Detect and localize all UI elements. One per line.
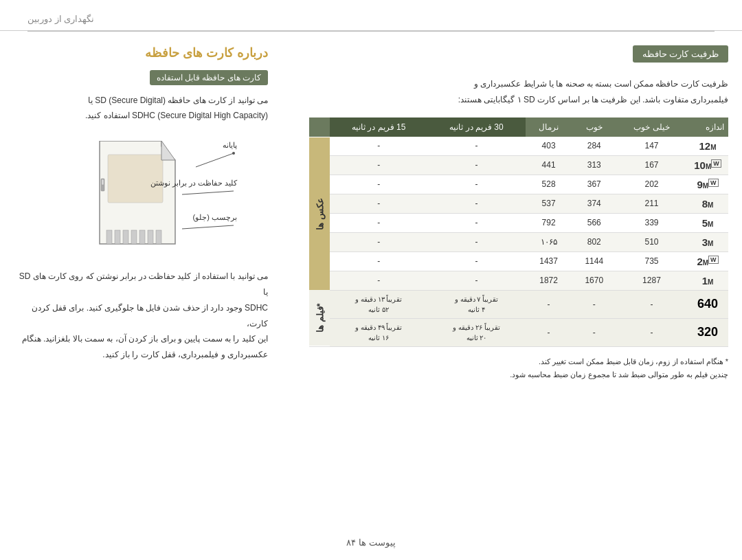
table-row: 10MW 167 313 441 - -: [309, 155, 728, 175]
footnote-2: چندین فیلم به طور متوالی ضبط شد تا مجموع…: [309, 368, 728, 382]
footnote-1: * هنگام استفاده از زوم، زمان قابل ضبط مم…: [309, 355, 728, 369]
size-cell: 3M: [687, 232, 728, 251]
fps15-320: تقریباً ۴۹ دقیقه و۱۶ ثانیه: [330, 318, 427, 346]
supported-badge: کارت های حافظه قابل استفاده: [150, 70, 268, 85]
normal-cell: 528: [526, 175, 572, 194]
main-content: درباره کارت های حافظه کارت های حافظه قاب…: [0, 32, 742, 396]
khub-cell: 284: [572, 137, 616, 156]
fps15-cell: -: [330, 175, 427, 194]
fps15-cell: -: [330, 271, 427, 290]
size-cell: 5M: [687, 213, 728, 232]
main-section-title: درباره کارت های حافظه: [14, 45, 268, 60]
xkhub-video2: -: [616, 318, 687, 346]
normal-cell: 403: [526, 137, 572, 156]
table-row-video: 320 - - - تقریباً ۲۶ دقیقه و۲۰ ثانیه تقر…: [309, 318, 728, 346]
payane-line: [196, 150, 237, 170]
fps15-cell: -: [330, 213, 427, 232]
normal-cell: 1872: [526, 271, 572, 290]
category-video: *فیلم ها: [309, 290, 330, 346]
svg-line-13: [182, 191, 234, 194]
khub-video2: -: [572, 318, 616, 346]
fps15-640: تقریباً ۱۳ دقیقه و۵۲ ثانیه: [330, 290, 427, 318]
size-cell-640: 640: [687, 290, 728, 318]
col-header-xkhub: خیلی خوب: [616, 117, 687, 137]
table-row: 5M 339 566 792 - -: [309, 213, 728, 232]
table-row: 12M 147 284 403 - - عکس ها: [309, 137, 728, 156]
barchasb-label: برچسب (جلو): [182, 213, 237, 236]
xkhub-cell: 1287: [616, 271, 687, 290]
khub-cell: 367: [572, 175, 616, 194]
col-header-fps30: 30 فریم در ثانیه: [427, 117, 525, 137]
xkhub-cell: 202: [616, 175, 687, 194]
xkhub-cell: 211: [616, 194, 687, 213]
khub-cell: 313: [572, 155, 616, 175]
svg-rect-1: [115, 230, 120, 244]
khub-cell: 802: [572, 232, 616, 251]
svg-marker-10: [161, 141, 175, 160]
fps30-320: تقریباً ۲۶ دقیقه و۲۰ ثانیه: [427, 318, 525, 346]
kalid-label: کلید حفاظت در برابر نوشتن: [150, 179, 237, 201]
col-header-category: [309, 117, 330, 137]
footnotes: * هنگام استفاده از زوم، زمان قابل ضبط مم…: [309, 355, 728, 383]
svg-line-11: [196, 153, 234, 167]
table-row-video: 640 - - - تقریباً ۷ دقیقه و۴ ثانیه تقریب…: [309, 290, 728, 318]
svg-point-12: [232, 152, 235, 155]
capacity-table: اندازه خیلی خوب خوب نرمال 30 فریم در ثان…: [309, 117, 728, 347]
col-header-khub: خوب: [572, 117, 616, 137]
fps30-cell: -: [427, 194, 525, 213]
svg-rect-0: [106, 230, 112, 244]
fps30-cell: -: [427, 213, 525, 232]
fps30-cell: -: [427, 155, 525, 175]
size-cell: 9MW: [687, 175, 728, 194]
page-number: پیوست ها ۸۴: [346, 537, 395, 548]
size-cell: 2MW: [687, 251, 728, 271]
footer: پیوست ها ۸۴: [0, 537, 742, 548]
fps15-cell: -: [330, 194, 427, 213]
category-photo: عکس ها: [309, 137, 330, 291]
xkhub-cell: 339: [616, 213, 687, 232]
right-panel: درباره کارت های حافظه کارت های حافظه قاب…: [0, 32, 289, 396]
normal-video2: -: [526, 318, 572, 346]
normal-video: -: [526, 290, 572, 318]
fps15-cell: -: [330, 137, 427, 156]
fps30-cell: -: [427, 271, 525, 290]
table-row: 1M 1287 1670 1872 - -: [309, 271, 728, 290]
payane-label: پایانه: [196, 141, 237, 170]
size-cell: 8M: [687, 194, 728, 213]
svg-rect-5: [148, 230, 153, 244]
supported-text: می توانید از کارت های حافظه SD (Secure D…: [14, 93, 268, 123]
size-cell: 10MW: [687, 155, 728, 175]
khub-video: -: [572, 290, 616, 318]
svg-rect-4: [139, 230, 145, 244]
table-row: 3M 510 802 ۱۰۶۵ - -: [309, 232, 728, 251]
normal-cell: ۱۰۶۵: [526, 232, 572, 251]
xkhub-cell: 735: [616, 251, 687, 271]
xkhub-cell: 510: [616, 232, 687, 251]
sd-card-diagram: پایانه کلید حفاظت در برابر نوشتن: [14, 134, 268, 258]
table-row: 9MW 202 367 528 - -: [309, 175, 728, 194]
col-header-size: اندازه: [687, 117, 728, 137]
capacity-badge: ظرفیت کارت حافظه: [633, 45, 728, 63]
capacity-desc: ظرفیت کارت حافظه ممکن است بسته به صحنه ه…: [309, 76, 728, 108]
page-container: نگهداری از دوربین درباره کارت های حافظه …: [0, 0, 742, 560]
size-cell-320: 320: [687, 318, 728, 346]
size-cell: 1M: [687, 271, 728, 290]
left-panel: ظرفیت کارت حافظه ظرفیت کارت حافظه ممکن ا…: [289, 32, 742, 396]
fps15-cell: -: [330, 155, 427, 175]
col-header-normal: نرمال: [526, 117, 572, 137]
khub-cell: 566: [572, 213, 616, 232]
normal-cell: 1437: [526, 251, 572, 271]
fps30-cell: -: [427, 232, 525, 251]
svg-rect-6: [156, 230, 161, 244]
header-title: نگهداری از دوربین: [27, 14, 94, 24]
fps30-cell: -: [427, 137, 525, 156]
svg-rect-3: [131, 230, 137, 244]
fps30-640: تقریباً ۷ دقیقه و۴ ثانیه: [427, 290, 525, 318]
table-row: 8M 211 374 537 - -: [309, 194, 728, 213]
normal-cell: 441: [526, 155, 572, 175]
fps15-cell: -: [330, 232, 427, 251]
col-header-fps15: 15 فریم در ثانیه: [330, 117, 427, 137]
fps30-cell: -: [427, 175, 525, 194]
khub-cell: 1670: [572, 271, 616, 290]
fps30-cell: -: [427, 251, 525, 271]
